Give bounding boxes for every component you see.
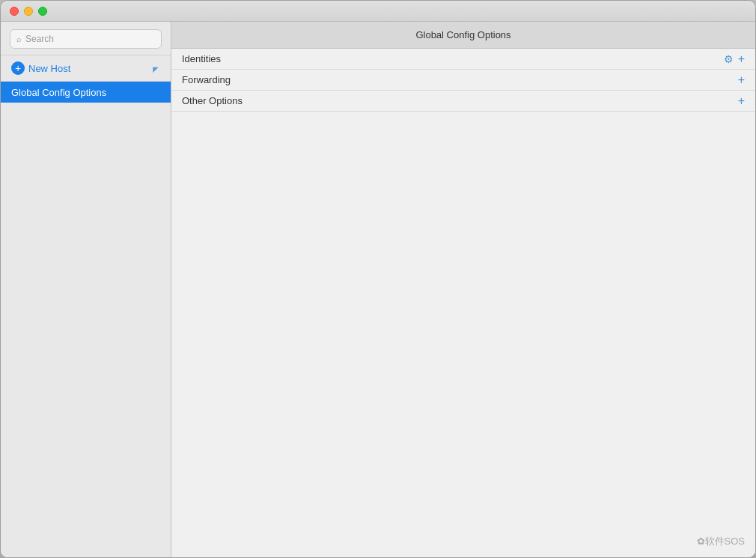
section-actions-forwarding: + — [738, 73, 745, 87]
new-host-label: New Host — [28, 63, 70, 74]
section-actions-other-options: + — [738, 94, 745, 108]
new-host-button[interactable]: + New Host — [11, 61, 70, 75]
traffic-lights — [10, 7, 47, 16]
sidebar-item-global-config[interactable]: Global Config Options — [1, 82, 171, 103]
section-row-forwarding[interactable]: Forwarding + — [171, 70, 755, 91]
content-area: Global Config Options Identities ⚙ + For… — [171, 22, 755, 557]
search-bar[interactable]: ⌕ Search — [10, 29, 162, 49]
content-header: Global Config Options — [171, 22, 755, 49]
sidebar-item-label: Global Config Options — [11, 87, 106, 98]
sidebar: ⌕ Search + New Host ⏴ Global Config Opti… — [1, 22, 171, 557]
content-title: Global Config Options — [415, 29, 510, 40]
plus-icon-identities[interactable]: + — [738, 52, 745, 66]
section-row-identities[interactable]: Identities ⚙ + — [171, 49, 755, 70]
section-label-identities: Identities — [182, 53, 221, 64]
maximize-button[interactable] — [38, 7, 47, 16]
section-label-forwarding: Forwarding — [182, 74, 231, 85]
minimize-button[interactable] — [24, 7, 33, 16]
app-window: ⌕ Search + New Host ⏴ Global Config Opti… — [0, 0, 756, 558]
new-host-plus-icon: + — [11, 61, 25, 75]
search-placeholder: Search — [25, 34, 54, 44]
new-host-row: + New Host ⏴ — [1, 55, 171, 82]
titlebar — [1, 1, 755, 22]
search-bar-container: ⌕ Search — [1, 22, 171, 55]
section-label-other-options: Other Options — [182, 95, 243, 106]
sidebar-list: Global Config Options — [1, 82, 171, 557]
section-row-other-options[interactable]: Other Options + — [171, 91, 755, 112]
section-list: Identities ⚙ + Forwarding + Other Option… — [171, 49, 755, 557]
search-icon: ⌕ — [16, 34, 22, 43]
main-content: ⌕ Search + New Host ⏴ Global Config Opti… — [1, 22, 755, 557]
section-actions-identities: ⚙ + — [724, 52, 745, 66]
plus-icon-forwarding[interactable]: + — [738, 73, 745, 87]
close-button[interactable] — [10, 7, 19, 16]
gear-icon-identities[interactable]: ⚙ — [724, 53, 734, 65]
pin-icon[interactable]: ⏴ — [147, 60, 162, 76]
plus-icon-other-options[interactable]: + — [738, 94, 745, 108]
